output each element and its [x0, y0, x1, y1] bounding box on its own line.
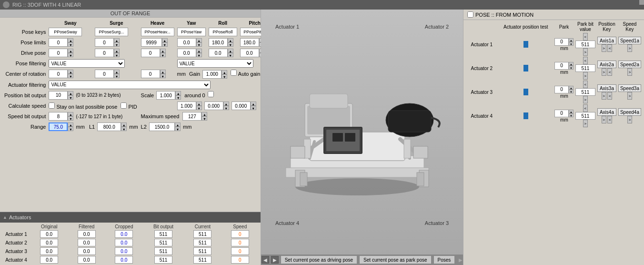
speed-key-right-1[interactable]: >	[627, 44, 632, 52]
cor-x[interactable]	[49, 70, 68, 78]
speed-key-3[interactable]: Speed3a	[618, 84, 641, 92]
l1-value[interactable]	[97, 122, 121, 131]
pos-bit-value[interactable]	[49, 91, 68, 100]
pose-limit-sway[interactable]	[49, 38, 68, 47]
park-bit-left-1[interactable]: <	[583, 33, 588, 41]
nav-next-btn[interactable]: ▶	[271, 256, 279, 264]
pose-limit-surge[interactable]	[95, 38, 114, 47]
park-bit-left-3[interactable]: <	[583, 81, 588, 88]
range-value[interactable]	[49, 122, 68, 131]
pos-key-left-3[interactable]: <	[607, 92, 612, 100]
stay-last-checkbox[interactable]	[49, 102, 55, 109]
act-filtering-dropdown[interactable]: VALUE	[49, 81, 211, 89]
speed-bit-value[interactable]	[49, 112, 68, 121]
park-bit-right-1[interactable]: >	[583, 48, 588, 56]
pos-key-left-1[interactable]: <	[607, 44, 612, 52]
scale-label: Scale	[141, 92, 154, 98]
park-up-1[interactable]: ▲	[569, 38, 574, 42]
speed-key-right-2[interactable]: >	[627, 68, 632, 76]
pose-limit-heave[interactable]	[141, 38, 162, 47]
speed-key-2[interactable]: Speed2a	[618, 61, 641, 68]
drive-pose-pitch[interactable]	[240, 49, 259, 57]
pos-key-1[interactable]: Axis1a	[597, 37, 616, 44]
park-bit-left-2[interactable]: <	[583, 57, 588, 64]
park-col: Park	[553, 21, 574, 32]
pose-filtering-left[interactable]: VALUE	[49, 59, 125, 68]
pose-limit-roll[interactable]	[209, 38, 228, 47]
act-original-2: 0.0	[40, 239, 58, 246]
scale-value[interactable]	[156, 91, 175, 100]
park-bit-right-2[interactable]: >	[583, 72, 588, 80]
park-up-3[interactable]: ▲	[569, 86, 574, 90]
park-down-2[interactable]: ▼	[569, 66, 574, 70]
pos-key-left-4[interactable]: <	[607, 116, 612, 123]
pose-key-surge[interactable]	[95, 28, 128, 36]
park-bit-left-4[interactable]: <	[583, 104, 588, 112]
drive-pose-roll[interactable]	[209, 49, 228, 57]
pos-key-4[interactable]: Axis4a	[597, 108, 616, 116]
park-up-2[interactable]: ▲	[569, 62, 574, 66]
pos-key-right-1[interactable]: >	[602, 44, 606, 52]
up-icon[interactable]: ▲	[68, 38, 73, 42]
gain-value[interactable]	[202, 70, 221, 79]
cor-z[interactable]	[141, 70, 160, 78]
l2-value[interactable]	[149, 122, 175, 131]
park-bit-right-4[interactable]: >	[583, 120, 588, 127]
act-filtered-2: 0.0	[78, 239, 96, 246]
pose-from-motion-checkbox[interactable]	[467, 11, 473, 18]
pid-checkbox[interactable]	[121, 102, 127, 109]
pos-key-right-4[interactable]: >	[602, 116, 606, 123]
pid-val1[interactable]	[177, 102, 196, 110]
col-sway: Sway	[47, 20, 93, 27]
park-input-3[interactable]	[554, 86, 569, 93]
down-icon[interactable]: ▼	[68, 42, 73, 47]
actuator-row-2: Actuator 2 0.0 0.0 0.0 511 511 0	[2, 238, 259, 247]
set-driving-pose-btn[interactable]: Set current pose as driving pose	[281, 255, 357, 264]
park-down-3[interactable]: ▼	[569, 90, 574, 93]
svg-rect-17	[332, 133, 343, 142]
right-act-name-4: Actuator 4	[465, 104, 498, 128]
park-input-1[interactable]	[554, 38, 569, 46]
pos-key-2[interactable]: Axis2a	[597, 61, 616, 68]
pos-key-left-2[interactable]: <	[607, 68, 612, 76]
drive-pose-heave[interactable]	[141, 49, 160, 57]
park-input-4[interactable]	[554, 110, 569, 117]
park-unit-1: mm	[560, 46, 568, 51]
pos-key-3[interactable]: Axis3a	[597, 84, 616, 92]
park-down-4[interactable]: ▼	[569, 113, 574, 117]
pos-key-right-2[interactable]: >	[602, 68, 606, 76]
pose-filtering-right[interactable]: VALUE	[177, 59, 253, 68]
pose-key-heave[interactable]	[141, 28, 174, 36]
poses-btn[interactable]: Poses	[433, 255, 455, 264]
pose-limit-pitch[interactable]	[240, 38, 259, 47]
auto-gain-checkbox[interactable]	[231, 70, 237, 76]
park-up-4[interactable]: ▲	[569, 110, 574, 113]
speed-key-4[interactable]: Speed4a	[618, 108, 641, 116]
set-park-pose-btn[interactable]: Set current pose as park pose	[359, 255, 431, 264]
pos-key-right-3[interactable]: >	[602, 92, 606, 100]
speed-key-right-3[interactable]: >	[627, 92, 632, 100]
pose-key-roll[interactable]	[209, 28, 237, 36]
l2-label: L2	[141, 124, 147, 130]
act-current-4: 511	[193, 256, 211, 264]
drive-pose-yaw[interactable]	[177, 49, 196, 57]
park-input-2[interactable]	[554, 62, 569, 70]
nav-prev-btn[interactable]: ◀	[262, 256, 269, 264]
speed-key-right-4[interactable]: >	[627, 116, 632, 123]
pose-limit-yaw[interactable]	[177, 38, 196, 47]
around-checkbox[interactable]	[208, 91, 214, 97]
pose-key-sway[interactable]	[49, 28, 82, 36]
speed-key-1[interactable]: Speed1a	[618, 37, 641, 44]
pid-val3[interactable]	[231, 102, 251, 110]
act-filtered-3: 0.0	[78, 247, 96, 255]
drive-pose-surge[interactable]	[95, 49, 114, 57]
pid-val2[interactable]	[204, 102, 223, 110]
park-down-1[interactable]: ▼	[569, 42, 574, 46]
act-name-1: Actuator 1	[2, 230, 30, 238]
pose-key-yaw[interactable]	[177, 28, 206, 36]
drive-pose-sway[interactable]	[49, 49, 68, 57]
max-speed-value[interactable]	[182, 112, 201, 121]
park-bit-right-3[interactable]: >	[583, 96, 588, 103]
top-bar: RIG :: 3DOF WITH 4 LINEAR	[0, 0, 644, 10]
cor-y[interactable]	[95, 70, 114, 78]
